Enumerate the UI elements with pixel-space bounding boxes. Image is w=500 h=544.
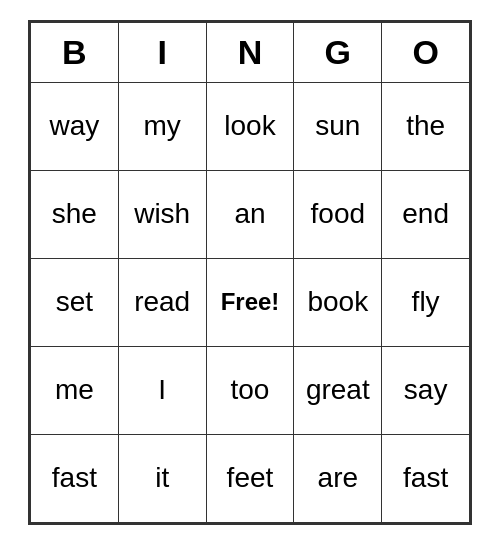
- cell-r4-c0: fast: [31, 434, 119, 522]
- cell-r3-c3: great: [294, 346, 382, 434]
- cell-r1-c3: food: [294, 170, 382, 258]
- header-cell-b: B: [31, 22, 119, 82]
- table-row: shewishanfoodend: [31, 170, 470, 258]
- cell-r0-c1: my: [118, 82, 206, 170]
- cell-r0-c4: the: [382, 82, 470, 170]
- bingo-table: BINGO waymylooksuntheshewishanfoodendset…: [30, 22, 470, 523]
- cell-r2-c4: fly: [382, 258, 470, 346]
- cell-r3-c0: me: [31, 346, 119, 434]
- cell-r0-c0: way: [31, 82, 119, 170]
- header-cell-o: O: [382, 22, 470, 82]
- table-row: waymylooksunthe: [31, 82, 470, 170]
- cell-r2-c1: read: [118, 258, 206, 346]
- bingo-card: BINGO waymylooksuntheshewishanfoodendset…: [28, 20, 472, 525]
- header-cell-n: N: [206, 22, 294, 82]
- cell-r1-c2: an: [206, 170, 294, 258]
- cell-r4-c1: it: [118, 434, 206, 522]
- cell-r3-c4: say: [382, 346, 470, 434]
- cell-r2-c0: set: [31, 258, 119, 346]
- cell-r3-c2: too: [206, 346, 294, 434]
- cell-r4-c4: fast: [382, 434, 470, 522]
- cell-r2-c2: Free!: [206, 258, 294, 346]
- cell-r0-c3: sun: [294, 82, 382, 170]
- header-cell-i: I: [118, 22, 206, 82]
- cell-r1-c0: she: [31, 170, 119, 258]
- cell-r4-c2: feet: [206, 434, 294, 522]
- table-row: setreadFree!bookfly: [31, 258, 470, 346]
- cell-r1-c4: end: [382, 170, 470, 258]
- header-cell-g: G: [294, 22, 382, 82]
- table-row: fastitfeetarefast: [31, 434, 470, 522]
- cell-r0-c2: look: [206, 82, 294, 170]
- table-row: meItoogreatsay: [31, 346, 470, 434]
- cell-r3-c1: I: [118, 346, 206, 434]
- header-row: BINGO: [31, 22, 470, 82]
- cell-r2-c3: book: [294, 258, 382, 346]
- cell-r4-c3: are: [294, 434, 382, 522]
- cell-r1-c1: wish: [118, 170, 206, 258]
